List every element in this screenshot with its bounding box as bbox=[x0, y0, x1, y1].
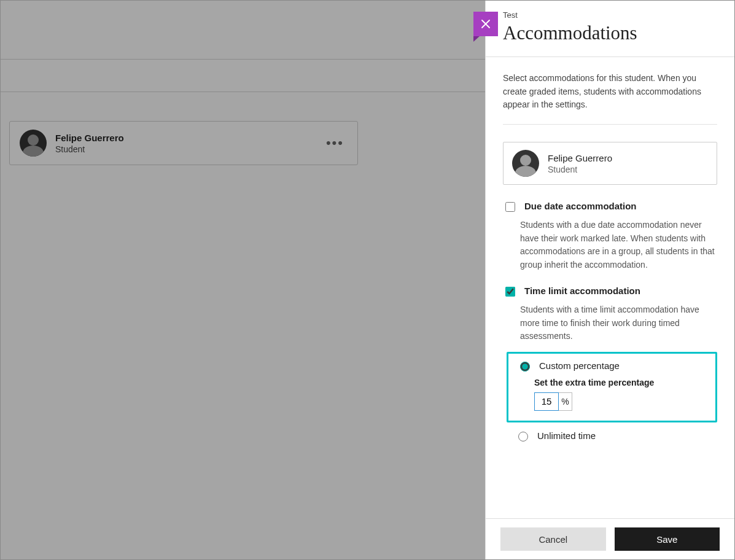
unlimited-time-label: Unlimited time bbox=[537, 430, 596, 441]
avatar-icon bbox=[20, 130, 47, 157]
time-limit-checkbox[interactable] bbox=[505, 287, 515, 297]
breadcrumb: Test bbox=[503, 10, 717, 20]
time-limit-description: Students with a time limit accommodation… bbox=[520, 303, 717, 343]
selected-student-name: Felipe Guerrero bbox=[548, 153, 612, 163]
student-name: Felipe Guerrero bbox=[55, 133, 124, 143]
panel-intro: Select accommodations for this student. … bbox=[503, 72, 717, 112]
panel-footer: Cancel Save bbox=[486, 518, 734, 559]
panel-header: Test Accommodations bbox=[486, 1, 734, 57]
accommodations-panel: Test Accommodations Select accommodation… bbox=[485, 1, 734, 559]
background-dim: Felipe Guerrero Student ••• bbox=[1, 1, 486, 559]
selected-student-text: Felipe Guerrero Student bbox=[548, 153, 612, 174]
divider bbox=[503, 124, 717, 125]
background-topbar bbox=[1, 1, 486, 60]
save-button[interactable]: Save bbox=[615, 527, 720, 551]
unlimited-time-row: Unlimited time bbox=[515, 430, 717, 441]
close-button[interactable] bbox=[473, 12, 498, 36]
custom-percentage-row: Custom percentage bbox=[517, 360, 707, 371]
cancel-button[interactable]: Cancel bbox=[500, 527, 606, 551]
percent-unit: % bbox=[559, 392, 572, 411]
student-card[interactable]: Felipe Guerrero Student ••• bbox=[9, 121, 358, 165]
panel-body: Select accommodations for this student. … bbox=[486, 57, 734, 518]
time-limit-option: Time limit accommodation bbox=[503, 286, 717, 298]
close-icon bbox=[480, 18, 491, 29]
custom-percentage-radio[interactable] bbox=[520, 362, 530, 371]
custom-percentage-label: Custom percentage bbox=[539, 360, 620, 371]
more-options-icon[interactable]: ••• bbox=[322, 131, 348, 155]
selected-student-role: Student bbox=[548, 165, 612, 174]
student-role: Student bbox=[55, 144, 124, 154]
due-date-option: Due date accommodation bbox=[503, 201, 717, 214]
app-root: Felipe Guerrero Student ••• Test Accommo… bbox=[0, 0, 735, 560]
custom-percentage-highlight: Custom percentage Set the extra time per… bbox=[507, 352, 717, 422]
due-date-description: Students with a due date accommodation n… bbox=[520, 219, 717, 272]
selected-student-box: Felipe Guerrero Student bbox=[503, 142, 717, 185]
panel-title: Accommodations bbox=[503, 22, 717, 44]
student-card-text: Felipe Guerrero Student bbox=[55, 133, 124, 154]
due-date-label: Due date accommodation bbox=[524, 201, 637, 211]
avatar-icon bbox=[512, 150, 539, 177]
background-subbar bbox=[1, 60, 486, 92]
extra-time-label: Set the extra time percentage bbox=[534, 378, 707, 387]
percentage-input[interactable] bbox=[534, 392, 559, 411]
percentage-input-wrap: % bbox=[534, 392, 707, 411]
time-limit-label: Time limit accommodation bbox=[524, 286, 640, 296]
unlimited-time-radio[interactable] bbox=[518, 432, 528, 441]
due-date-checkbox[interactable] bbox=[505, 202, 515, 212]
